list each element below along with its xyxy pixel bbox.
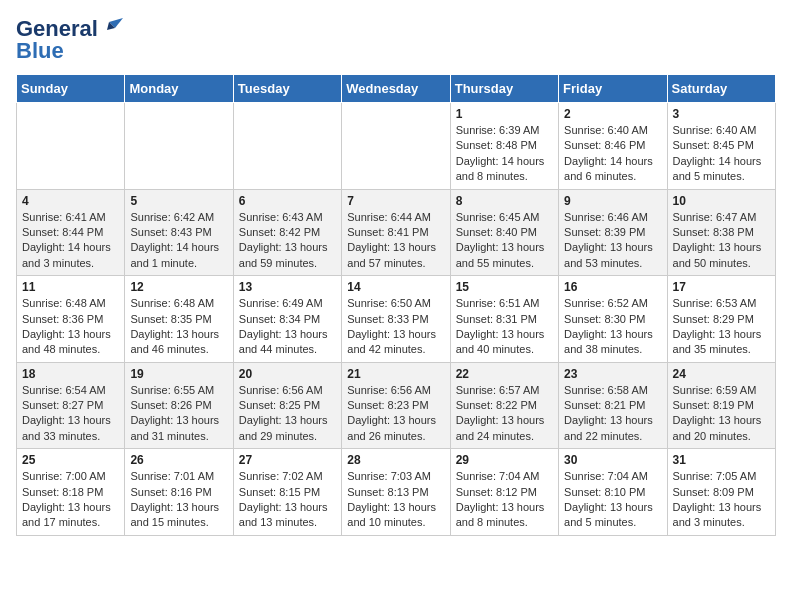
day-of-week-header: Thursday: [450, 75, 558, 103]
day-info: Sunrise: 6:54 AMSunset: 8:27 PMDaylight:…: [22, 383, 119, 445]
day-number: 29: [456, 453, 553, 467]
day-info: Sunrise: 6:43 AMSunset: 8:42 PMDaylight:…: [239, 210, 336, 272]
day-info: Sunrise: 6:51 AMSunset: 8:31 PMDaylight:…: [456, 296, 553, 358]
day-of-week-header: Wednesday: [342, 75, 450, 103]
calendar-cell: 15Sunrise: 6:51 AMSunset: 8:31 PMDayligh…: [450, 276, 558, 363]
calendar-header-row: SundayMondayTuesdayWednesdayThursdayFrid…: [17, 75, 776, 103]
day-info: Sunrise: 6:48 AMSunset: 8:35 PMDaylight:…: [130, 296, 227, 358]
day-number: 10: [673, 194, 770, 208]
calendar-week-row: 11Sunrise: 6:48 AMSunset: 8:36 PMDayligh…: [17, 276, 776, 363]
day-info: Sunrise: 6:42 AMSunset: 8:43 PMDaylight:…: [130, 210, 227, 272]
calendar-week-row: 18Sunrise: 6:54 AMSunset: 8:27 PMDayligh…: [17, 362, 776, 449]
day-number: 18: [22, 367, 119, 381]
calendar-cell: 19Sunrise: 6:55 AMSunset: 8:26 PMDayligh…: [125, 362, 233, 449]
calendar-cell: [17, 103, 125, 190]
day-number: 7: [347, 194, 444, 208]
calendar-cell: 8Sunrise: 6:45 AMSunset: 8:40 PMDaylight…: [450, 189, 558, 276]
day-number: 26: [130, 453, 227, 467]
day-number: 12: [130, 280, 227, 294]
day-number: 6: [239, 194, 336, 208]
logo-blue: Blue: [16, 38, 64, 64]
calendar-cell: 9Sunrise: 6:46 AMSunset: 8:39 PMDaylight…: [559, 189, 667, 276]
day-number: 20: [239, 367, 336, 381]
day-info: Sunrise: 6:46 AMSunset: 8:39 PMDaylight:…: [564, 210, 661, 272]
day-number: 30: [564, 453, 661, 467]
calendar-cell: 12Sunrise: 6:48 AMSunset: 8:35 PMDayligh…: [125, 276, 233, 363]
calendar-cell: [233, 103, 341, 190]
calendar-cell: 4Sunrise: 6:41 AMSunset: 8:44 PMDaylight…: [17, 189, 125, 276]
day-info: Sunrise: 6:45 AMSunset: 8:40 PMDaylight:…: [456, 210, 553, 272]
day-number: 23: [564, 367, 661, 381]
day-info: Sunrise: 7:02 AMSunset: 8:15 PMDaylight:…: [239, 469, 336, 531]
day-number: 8: [456, 194, 553, 208]
day-number: 31: [673, 453, 770, 467]
day-number: 5: [130, 194, 227, 208]
calendar-cell: 29Sunrise: 7:04 AMSunset: 8:12 PMDayligh…: [450, 449, 558, 536]
day-info: Sunrise: 6:40 AMSunset: 8:46 PMDaylight:…: [564, 123, 661, 185]
day-number: 28: [347, 453, 444, 467]
day-info: Sunrise: 6:50 AMSunset: 8:33 PMDaylight:…: [347, 296, 444, 358]
day-info: Sunrise: 6:44 AMSunset: 8:41 PMDaylight:…: [347, 210, 444, 272]
day-info: Sunrise: 6:52 AMSunset: 8:30 PMDaylight:…: [564, 296, 661, 358]
calendar-cell: 16Sunrise: 6:52 AMSunset: 8:30 PMDayligh…: [559, 276, 667, 363]
day-number: 15: [456, 280, 553, 294]
page-header: General Blue: [16, 16, 776, 64]
day-info: Sunrise: 6:39 AMSunset: 8:48 PMDaylight:…: [456, 123, 553, 185]
calendar-cell: 10Sunrise: 6:47 AMSunset: 8:38 PMDayligh…: [667, 189, 775, 276]
day-number: 19: [130, 367, 227, 381]
calendar-week-row: 4Sunrise: 6:41 AMSunset: 8:44 PMDaylight…: [17, 189, 776, 276]
calendar-table: SundayMondayTuesdayWednesdayThursdayFrid…: [16, 74, 776, 536]
day-info: Sunrise: 7:03 AMSunset: 8:13 PMDaylight:…: [347, 469, 444, 531]
day-info: Sunrise: 6:59 AMSunset: 8:19 PMDaylight:…: [673, 383, 770, 445]
day-of-week-header: Sunday: [17, 75, 125, 103]
day-info: Sunrise: 6:56 AMSunset: 8:23 PMDaylight:…: [347, 383, 444, 445]
calendar-cell: 24Sunrise: 6:59 AMSunset: 8:19 PMDayligh…: [667, 362, 775, 449]
calendar-cell: 21Sunrise: 6:56 AMSunset: 8:23 PMDayligh…: [342, 362, 450, 449]
day-info: Sunrise: 6:49 AMSunset: 8:34 PMDaylight:…: [239, 296, 336, 358]
day-info: Sunrise: 6:47 AMSunset: 8:38 PMDaylight:…: [673, 210, 770, 272]
calendar-cell: 30Sunrise: 7:04 AMSunset: 8:10 PMDayligh…: [559, 449, 667, 536]
day-number: 16: [564, 280, 661, 294]
day-number: 1: [456, 107, 553, 121]
calendar-cell: 26Sunrise: 7:01 AMSunset: 8:16 PMDayligh…: [125, 449, 233, 536]
day-info: Sunrise: 6:57 AMSunset: 8:22 PMDaylight:…: [456, 383, 553, 445]
day-info: Sunrise: 7:05 AMSunset: 8:09 PMDaylight:…: [673, 469, 770, 531]
day-of-week-header: Monday: [125, 75, 233, 103]
day-number: 14: [347, 280, 444, 294]
day-info: Sunrise: 6:55 AMSunset: 8:26 PMDaylight:…: [130, 383, 227, 445]
calendar-cell: [342, 103, 450, 190]
day-of-week-header: Tuesday: [233, 75, 341, 103]
calendar-cell: 18Sunrise: 6:54 AMSunset: 8:27 PMDayligh…: [17, 362, 125, 449]
calendar-cell: 14Sunrise: 6:50 AMSunset: 8:33 PMDayligh…: [342, 276, 450, 363]
day-info: Sunrise: 6:48 AMSunset: 8:36 PMDaylight:…: [22, 296, 119, 358]
calendar-cell: 11Sunrise: 6:48 AMSunset: 8:36 PMDayligh…: [17, 276, 125, 363]
day-of-week-header: Saturday: [667, 75, 775, 103]
calendar-cell: 31Sunrise: 7:05 AMSunset: 8:09 PMDayligh…: [667, 449, 775, 536]
calendar-cell: 1Sunrise: 6:39 AMSunset: 8:48 PMDaylight…: [450, 103, 558, 190]
day-number: 25: [22, 453, 119, 467]
calendar-cell: [125, 103, 233, 190]
day-info: Sunrise: 6:56 AMSunset: 8:25 PMDaylight:…: [239, 383, 336, 445]
calendar-cell: 27Sunrise: 7:02 AMSunset: 8:15 PMDayligh…: [233, 449, 341, 536]
calendar-cell: 6Sunrise: 6:43 AMSunset: 8:42 PMDaylight…: [233, 189, 341, 276]
day-number: 24: [673, 367, 770, 381]
day-info: Sunrise: 7:01 AMSunset: 8:16 PMDaylight:…: [130, 469, 227, 531]
day-number: 4: [22, 194, 119, 208]
day-info: Sunrise: 6:58 AMSunset: 8:21 PMDaylight:…: [564, 383, 661, 445]
day-info: Sunrise: 7:04 AMSunset: 8:10 PMDaylight:…: [564, 469, 661, 531]
day-number: 17: [673, 280, 770, 294]
calendar-cell: 23Sunrise: 6:58 AMSunset: 8:21 PMDayligh…: [559, 362, 667, 449]
day-info: Sunrise: 6:41 AMSunset: 8:44 PMDaylight:…: [22, 210, 119, 272]
calendar-cell: 3Sunrise: 6:40 AMSunset: 8:45 PMDaylight…: [667, 103, 775, 190]
day-info: Sunrise: 7:04 AMSunset: 8:12 PMDaylight:…: [456, 469, 553, 531]
day-info: Sunrise: 6:53 AMSunset: 8:29 PMDaylight:…: [673, 296, 770, 358]
calendar-cell: 28Sunrise: 7:03 AMSunset: 8:13 PMDayligh…: [342, 449, 450, 536]
calendar-week-row: 1Sunrise: 6:39 AMSunset: 8:48 PMDaylight…: [17, 103, 776, 190]
calendar-cell: 20Sunrise: 6:56 AMSunset: 8:25 PMDayligh…: [233, 362, 341, 449]
logo-bird-icon: [101, 16, 123, 38]
day-number: 13: [239, 280, 336, 294]
day-of-week-header: Friday: [559, 75, 667, 103]
calendar-cell: 2Sunrise: 6:40 AMSunset: 8:46 PMDaylight…: [559, 103, 667, 190]
day-number: 2: [564, 107, 661, 121]
calendar-cell: 22Sunrise: 6:57 AMSunset: 8:22 PMDayligh…: [450, 362, 558, 449]
